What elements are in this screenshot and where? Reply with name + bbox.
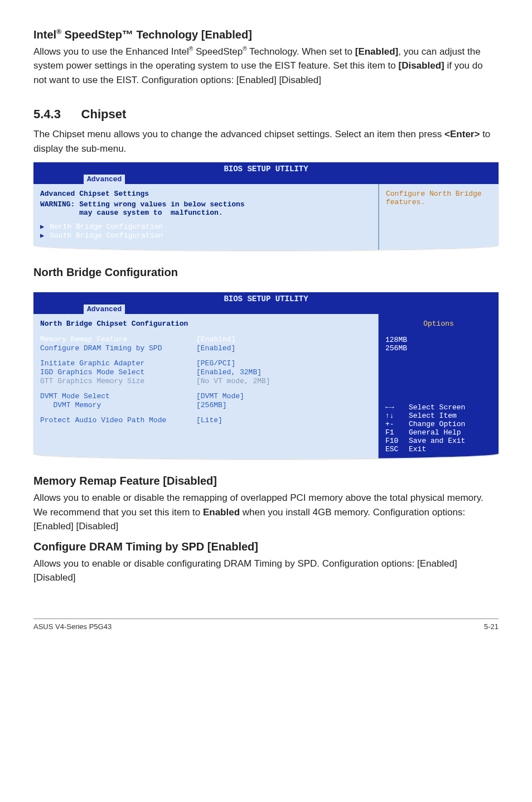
paragraph: Allows you to use the Enhanced Intel® Sp… (33, 45, 499, 88)
nav-desc: Select Screen (409, 403, 465, 412)
bios-tab-advanced[interactable]: Advanced (84, 305, 125, 314)
bios-warning: WARNING: Setting wrong values in below s… (40, 200, 371, 217)
nav-key: F1 (385, 428, 409, 437)
text-bold: [Disabled] (399, 60, 444, 71)
nav-key: F10 (385, 437, 409, 445)
bios-body: Advanced Chipset Settings WARNING: Setti… (33, 184, 499, 250)
bios-left-title: Advanced Chipset Settings (40, 190, 371, 198)
text: Allows you to use the Enhanced Intel (33, 46, 189, 57)
bios-titlebar: BIOS SETUP UTILITY (33, 292, 499, 303)
bios-left-pane: Advanced Chipset Settings WARNING: Setti… (33, 184, 379, 250)
setting-label: GTT Graphics Memory Size (40, 377, 196, 385)
paragraph: Allows you to enable or disable configur… (33, 557, 499, 585)
triangle-icon: ▶ (40, 223, 44, 231)
text-bold: Enabled (203, 507, 240, 518)
bios-panel-chipset: BIOS SETUP UTILITY Advanced Advanced Chi… (33, 162, 499, 250)
setting-label: Protect Audio Video Path Mode (40, 416, 196, 424)
nav-desc: Exit (409, 445, 426, 453)
bios-tab-row: Advanced (33, 173, 499, 184)
options-title: Options (385, 320, 492, 328)
setting-value: [Enabled, 32MB] (196, 368, 262, 376)
footer-right: 5-21 (484, 622, 499, 631)
text: ® (56, 28, 61, 36)
setting-label: Memory Remap Feature (40, 335, 196, 344)
nav-key: ←→ (385, 403, 409, 412)
bios-right-pane: Configure North Bridge features. (379, 184, 499, 250)
setting-value: [Lite] (196, 416, 223, 424)
bios-right-pane: Options 128MB 256MB ←→Select Screen ↑↓Se… (379, 314, 499, 459)
nav-key: ↑↓ (385, 412, 409, 420)
setting-value: [Enabled] (196, 344, 235, 352)
setting-row[interactable]: Initiate Graphic Adapter [PEG/PCI] (40, 359, 371, 368)
setting-row[interactable]: DVMT Memory [256MB] (40, 401, 371, 409)
nav-desc: Select Item (409, 412, 457, 420)
menu-item-north-bridge[interactable]: ▶ North Bridge Configuration (40, 223, 371, 231)
setting-row[interactable]: Configure DRAM Timing by SPD [Enabled] (40, 344, 371, 352)
menu-label: North Bridge Configuration (50, 223, 163, 231)
footer: ASUS V4-Series P5G43 5-21 (33, 622, 499, 631)
setting-label: Configure DRAM Timing by SPD (40, 344, 196, 352)
setting-value: [256MB] (196, 401, 227, 409)
setting-label: DVMT Memory (40, 401, 196, 409)
setting-row[interactable]: DVMT Mode Select [DVMT Mode] (40, 392, 371, 400)
nav-desc: General Help (409, 428, 461, 437)
text-bold: [Enabled] (355, 46, 398, 57)
nav-desc: Change Option (409, 420, 465, 428)
text: Technology. When set to (247, 46, 355, 57)
setting-label: DVMT Mode Select (40, 392, 196, 400)
text-bold: <Enter> (444, 129, 480, 139)
bios-panel-north-bridge: BIOS SETUP UTILITY Advanced North Bridge… (33, 292, 499, 459)
setting-row[interactable]: Memory Remap Feature [Enabled] (40, 335, 371, 344)
nav-desc: Save and Exit (409, 437, 465, 445)
bios-left-pane: North Bridge Chipset Configuration Memor… (33, 314, 379, 459)
setting-label: Initiate Graphic Adapter (40, 359, 196, 368)
heading-intel-speedstep: Intel® SpeedStep™ Technology [Enabled] (33, 28, 499, 41)
heading-north-bridge: North Bridge Configuration (33, 266, 499, 279)
bios-tab-row: Advanced (33, 303, 499, 314)
heading-memory-remap: Memory Remap Feature [Disabled] (33, 475, 499, 487)
nav-key: +- (385, 420, 409, 428)
bios-left-title: North Bridge Chipset Configuration (40, 320, 371, 328)
setting-value: [DVMT Mode] (196, 392, 244, 400)
bios-titlebar: BIOS SETUP UTILITY (33, 162, 499, 173)
footer-rule (33, 619, 499, 619)
setting-row[interactable]: GTT Graphics Memory Size [No VT mode, 2M… (40, 377, 371, 385)
menu-item-south-bridge[interactable]: ▶ South Bridge Configuration (40, 231, 371, 240)
setting-label: IGD Graphics Mode Select (40, 368, 196, 376)
setting-value: [No VT mode, 2MB] (196, 377, 270, 385)
bios-tab-advanced[interactable]: Advanced (84, 175, 125, 184)
nav-help: ←→Select Screen ↑↓Select Item +-Change O… (385, 403, 492, 453)
setting-row[interactable]: IGD Graphics Mode Select [Enabled, 32MB] (40, 368, 371, 376)
option-item[interactable]: 128MB (385, 336, 492, 344)
text: SpeedStep™ Technology [Enabled] (61, 28, 252, 41)
help-text: features. (386, 198, 492, 206)
help-text: Configure North Bridge (386, 190, 492, 198)
setting-value: [PEG/PCI] (196, 359, 235, 368)
text: ® (243, 46, 247, 52)
option-item[interactable]: 256MB (385, 344, 492, 352)
menu-label: South Bridge Configuration (50, 231, 163, 240)
nav-key: ESC (385, 445, 409, 453)
text: Intel (33, 28, 56, 41)
text: SpeedStep (193, 46, 243, 57)
bios-body: North Bridge Chipset Configuration Memor… (33, 314, 499, 459)
paragraph: The Chipset menu allows you to change th… (33, 127, 499, 156)
text: The Chipset menu allows you to change th… (33, 129, 444, 139)
paragraph: Allows you to enable or disable the rema… (33, 491, 499, 534)
heading-dram-timing: Configure DRAM Timing by SPD [Enabled] (33, 540, 499, 553)
setting-row[interactable]: Protect Audio Video Path Mode [Lite] (40, 416, 371, 424)
triangle-icon: ▶ (40, 231, 44, 240)
footer-left: ASUS V4-Series P5G43 (33, 622, 112, 631)
heading-chipset: 5.4.3 Chipset (33, 107, 499, 122)
setting-value: [Enabled] (196, 335, 235, 344)
